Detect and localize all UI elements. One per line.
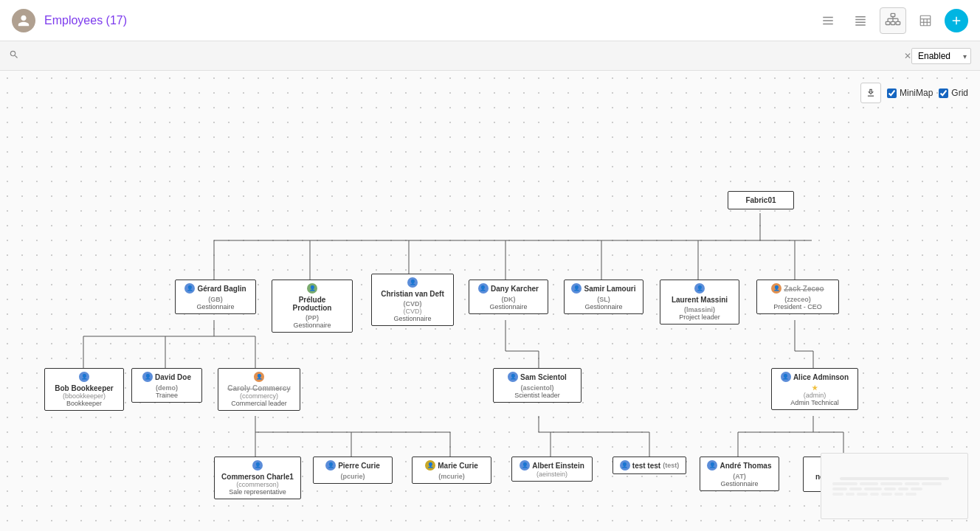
- node-christian-vandeft[interactable]: 👤 Christian van Deft (CVD) (CVD) Gestion…: [371, 274, 454, 326]
- page-title[interactable]: Employees: [44, 14, 103, 27]
- download-button[interactable]: [860, 83, 881, 103]
- minimap-content: [821, 454, 967, 518]
- add-employee-button[interactable]: [945, 9, 968, 32]
- avatar-c1: 👤: [252, 460, 263, 471]
- node-bob-bookkeeper[interactable]: 👤 Bob Bookkeeper (bbookkeeper) Bookkeepe…: [44, 368, 124, 411]
- node-david-doe[interactable]: 👤 David Doe (demo) Trainee: [131, 368, 202, 403]
- node-albert-einstein[interactable]: 👤 Albert Einstein (aeinstein): [511, 457, 593, 482]
- node-andre-thomas[interactable]: 👤 André Thomas (AT) Gestionnaire: [700, 457, 779, 491]
- node-caroly-commercy[interactable]: 👤 Caroly Commercy (ccommercy) Commercial…: [218, 368, 300, 411]
- avatar-cc: 👤: [254, 372, 264, 382]
- node-root[interactable]: Fabric01: [728, 191, 794, 209]
- list-view-button[interactable]: [815, 7, 841, 34]
- svg-rect-2: [823, 23, 833, 24]
- avatar-gb: 👤: [184, 283, 195, 294]
- search-clear-button[interactable]: ✕: [904, 51, 911, 61]
- avatar-ae: 👤: [520, 460, 530, 471]
- avatar-pp: 👤: [307, 283, 317, 294]
- avatar-dk: 👤: [478, 283, 489, 294]
- svg-rect-1: [823, 20, 833, 21]
- grid-label: Grid: [951, 88, 968, 98]
- node-samir-lamouri[interactable]: 👤 Samir Lamouri (SL) Gestionnaire: [564, 280, 643, 314]
- node-prelude-production[interactable]: 👤 Prélude Production (PP) Gestionnaire: [272, 280, 353, 333]
- minimap-checkbox[interactable]: [887, 88, 897, 98]
- svg-rect-6: [855, 24, 866, 26]
- header-actions: [815, 7, 968, 34]
- search-icon: [9, 49, 19, 62]
- status-filter[interactable]: Enabled Disabled All: [911, 48, 971, 64]
- avatar-tt: 👤: [620, 460, 630, 471]
- node-sam-scientol[interactable]: 👤 Sam Scientol (ascientol) Scientist lea…: [493, 368, 582, 403]
- avatar-aa: 👤: [781, 372, 791, 382]
- avatar-ss: 👤: [508, 372, 518, 382]
- avatar-pc: 👤: [325, 460, 336, 471]
- minimap-toggle-label[interactable]: MiniMap: [887, 88, 933, 98]
- header: Employees (17): [0, 0, 980, 41]
- node-zack-zeceo[interactable]: 👤 Zack Zeceo (zzeceo) President - CEO: [756, 280, 839, 314]
- svg-rect-9: [891, 21, 895, 24]
- svg-rect-3: [855, 16, 866, 18]
- node-test-test[interactable]: 👤 test test (test): [612, 457, 686, 474]
- svg-rect-16: [920, 15, 931, 26]
- avatar: [12, 9, 35, 32]
- svg-rect-7: [891, 13, 895, 16]
- search-input[interactable]: [25, 50, 904, 61]
- node-dany-karcher[interactable]: 👤 Dany Karcher (DK) Gestionnaire: [469, 280, 548, 314]
- minimap-label: MiniMap: [900, 88, 933, 98]
- svg-rect-5: [855, 21, 866, 23]
- node-gerard-baglin[interactable]: 👤 Gérard Baglin (GB) Gestionnaire: [175, 280, 256, 314]
- employee-count: (17): [103, 14, 127, 27]
- node-pierre-curie[interactable]: 👤 Pierre Curie (pcurie): [313, 457, 393, 484]
- minimap-panel: [821, 453, 968, 519]
- svg-rect-10: [896, 21, 900, 24]
- list2-view-button[interactable]: [847, 7, 874, 34]
- org-chart-canvas: MiniMap Grid: [0, 71, 980, 531]
- grid-toggle-label[interactable]: Grid: [939, 88, 968, 98]
- avatar-bb: 👤: [79, 372, 89, 382]
- svg-rect-4: [855, 18, 866, 20]
- table-view-button[interactable]: [912, 7, 939, 34]
- svg-rect-8: [886, 21, 890, 24]
- node-root-name: Fabric01: [737, 196, 784, 204]
- grid-checkbox[interactable]: [939, 88, 948, 98]
- node-commerson-charle1[interactable]: 👤 Commerson Charle1 (ccommerson) Sale re…: [214, 457, 301, 499]
- status-select[interactable]: Enabled Disabled All: [911, 48, 971, 64]
- svg-rect-0: [823, 16, 833, 18]
- node-alice-adminson[interactable]: 👤 Alice Adminson ★ (admin) Admin Technic…: [771, 368, 858, 410]
- search-bar: ✕ Enabled Disabled All: [0, 41, 980, 71]
- avatar-cvd: 👤: [407, 277, 418, 288]
- avatar-lm: 👤: [694, 283, 705, 294]
- canvas-controls: MiniMap Grid: [860, 83, 968, 103]
- avatar-mc: 👤: [425, 460, 435, 471]
- avatar-sl: 👤: [571, 283, 582, 294]
- avatar-zz: 👤: [771, 283, 781, 294]
- node-laurent-massini[interactable]: 👤 Laurent Massini (lmassini) Project lea…: [660, 280, 739, 324]
- avatar-dd: 👤: [142, 372, 153, 382]
- node-marie-curie[interactable]: 👤 Marie Curie (mcurie): [412, 457, 491, 484]
- org-view-button[interactable]: [880, 7, 906, 34]
- avatar-at: 👤: [707, 460, 717, 471]
